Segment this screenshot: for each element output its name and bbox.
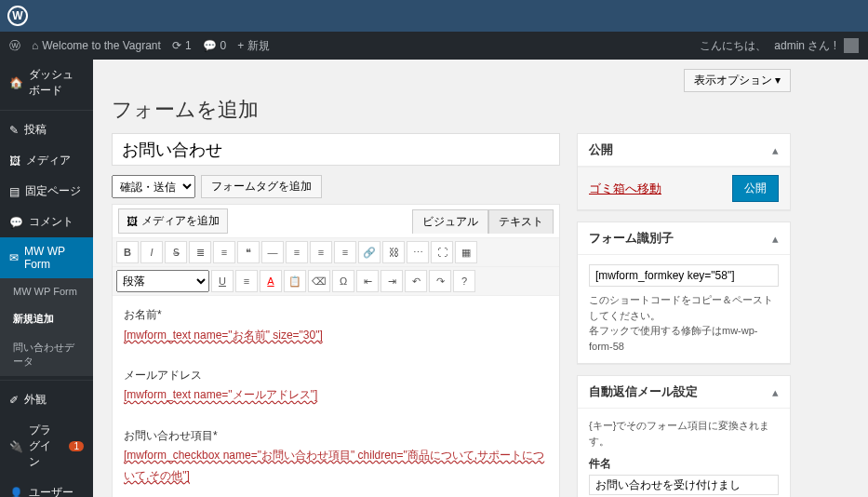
automail-desc: {キー}でそのフォーム項目に変換されます。 (589, 418, 779, 449)
paste-text-button[interactable]: 📋 (284, 270, 306, 292)
wp-menu-icon[interactable]: ⓦ (9, 38, 20, 54)
form-identifier-box: フォーム識別子 ▴ このショートコードをコピー＆ペーストしてください。 各フック… (577, 222, 791, 364)
refresh-count[interactable]: ⟳1 (172, 39, 192, 52)
sidebar-users[interactable]: 👤ユーザー (0, 477, 93, 497)
identifier-title: フォーム識別子 (589, 230, 674, 247)
admin-bar: ⓦ ⌂Welcome to the Vagrant ⟳1 💬0 +新規 こんにち… (0, 32, 868, 60)
sidebar-mwwpform-data[interactable]: 問い合わせデータ (0, 333, 93, 376)
sidebar-media[interactable]: 🖼メディア (0, 145, 93, 176)
underline-button[interactable]: U (211, 270, 234, 292)
ol-button[interactable]: ≡ (213, 241, 235, 263)
editor-toolbar-1: B I S̶ ≣ ≡ ❝ — ≡ ≡ ≡ 🔗 ⛓ ⋯ ⛶ ▦ (113, 238, 559, 267)
new-content-link[interactable]: +新規 (237, 38, 270, 54)
shortcode-input[interactable] (589, 264, 779, 287)
comment-icon: 💬 (9, 216, 23, 229)
admin-sidebar: 🏠ダッシュボード ✎投稿 🖼メディア ▤固定ページ 💬コメント ✉MW WP F… (0, 60, 93, 497)
more-button[interactable]: ⋯ (407, 241, 429, 263)
unlink-button[interactable]: ⛓ (382, 241, 405, 263)
undo-button[interactable]: ↶ (405, 270, 427, 292)
media-icon: 🖼 (127, 215, 138, 228)
hr-button[interactable]: — (261, 241, 284, 263)
wp-logo-icon[interactable]: W (7, 6, 28, 26)
brush-icon: ✐ (9, 394, 19, 407)
add-media-button[interactable]: 🖼メディアを追加 (118, 208, 228, 234)
page-icon: ▤ (9, 185, 20, 198)
italic-button[interactable]: I (140, 241, 163, 263)
user-icon: 👤 (9, 487, 23, 498)
strike-button[interactable]: S̶ (165, 241, 187, 263)
dashboard-icon: 🏠 (9, 76, 23, 89)
username-link[interactable]: admin さん ! (774, 38, 836, 54)
tab-visual[interactable]: ビジュアル (412, 209, 488, 234)
pin-icon: ✎ (9, 124, 19, 137)
align-center-button[interactable]: ≡ (310, 241, 332, 263)
link-button[interactable]: 🔗 (358, 241, 381, 263)
sidebar-plugins[interactable]: 🔌プラグイン1 (0, 415, 93, 477)
subject-input[interactable] (589, 475, 779, 495)
justify-button[interactable]: ≡ (235, 270, 258, 292)
greeting-text: こんにちは、 (700, 38, 767, 54)
confirm-submit-select[interactable]: 確認・送信 (112, 175, 195, 198)
subject-label: 件名 (589, 456, 779, 472)
toggle-icon[interactable]: ▴ (772, 232, 779, 246)
plugin-icon: 🔌 (9, 440, 23, 453)
tab-text[interactable]: テキスト (488, 209, 554, 234)
quote-button[interactable]: ❝ (237, 241, 260, 263)
form-icon: ✉ (9, 251, 19, 264)
textcolor-button[interactable]: A (260, 270, 282, 292)
identifier-desc2: 各フックで使用する修飾子はmw-wp-form-58 (589, 323, 779, 354)
page-title: フォームを追加 (112, 96, 791, 124)
indent-button[interactable]: ⇥ (381, 270, 403, 292)
editor-textarea[interactable]: お名前* [mwform_text name="お名前" size="30"] … (113, 296, 559, 497)
format-select[interactable]: 段落 (116, 270, 209, 292)
align-right-button[interactable]: ≡ (334, 241, 356, 263)
sidebar-mwwpform-add[interactable]: 新規追加 (0, 304, 93, 333)
editor-toolbar-2: 段落 U ≡ A 📋 ⌫ Ω ⇤ ⇥ ↶ ↷ ? (113, 267, 559, 296)
sidebar-comments[interactable]: 💬コメント (0, 207, 93, 237)
sidebar-mwwpform-list[interactable]: MW WP Form (0, 278, 93, 304)
form-editor: 🖼メディアを追加 ビジュアル テキスト B I S̶ ≣ ≡ ❝ — (112, 204, 560, 497)
media-icon: 🖼 (9, 154, 20, 168)
bold-button[interactable]: B (116, 241, 139, 263)
toggle-icon[interactable]: ▴ (772, 143, 779, 157)
comments-count[interactable]: 💬0 (203, 39, 227, 52)
help-button[interactable]: ? (453, 270, 475, 292)
special-char-button[interactable]: Ω (332, 270, 354, 292)
top-site-bar: W (0, 0, 868, 32)
publish-button[interactable]: 公開 (732, 175, 779, 202)
ul-button[interactable]: ≣ (189, 241, 211, 263)
automail-box: 自動返信メール設定 ▴ {キー}でそのフォーム項目に変換されます。 件名 送信者… (577, 375, 791, 497)
publish-box: 公開 ▴ ゴミ箱へ移動 公開 (577, 133, 791, 210)
align-left-button[interactable]: ≡ (286, 241, 308, 263)
plugin-update-badge: 1 (69, 441, 84, 451)
site-title-link[interactable]: ⌂Welcome to the Vagrant (32, 39, 161, 52)
add-form-tag-button[interactable]: フォームタグを追加 (201, 175, 322, 198)
trash-link[interactable]: ゴミ箱へ移動 (589, 181, 661, 197)
redo-button[interactable]: ↷ (429, 270, 451, 292)
identifier-desc1: このショートコードをコピー＆ペーストしてください。 (589, 292, 779, 323)
screen-options-button[interactable]: 表示オプション ▾ (684, 69, 791, 92)
automail-title: 自動返信メール設定 (589, 383, 698, 400)
sidebar-pages[interactable]: ▤固定ページ (0, 176, 93, 207)
clear-format-button[interactable]: ⌫ (308, 270, 330, 292)
sidebar-dashboard[interactable]: 🏠ダッシュボード (0, 60, 93, 106)
post-title-input[interactable] (112, 133, 560, 166)
sidebar-mwwpform[interactable]: ✉MW WP Form (0, 237, 93, 278)
sidebar-appearance[interactable]: ✐外観 (0, 384, 93, 415)
sidebar-posts[interactable]: ✎投稿 (0, 114, 93, 145)
avatar-icon[interactable] (844, 38, 859, 53)
fullscreen-button[interactable]: ⛶ (431, 241, 453, 263)
publish-title: 公開 (589, 141, 613, 158)
toolbar-toggle-button[interactable]: ▦ (455, 241, 477, 263)
outdent-button[interactable]: ⇤ (356, 270, 379, 292)
toggle-icon[interactable]: ▴ (772, 385, 779, 399)
